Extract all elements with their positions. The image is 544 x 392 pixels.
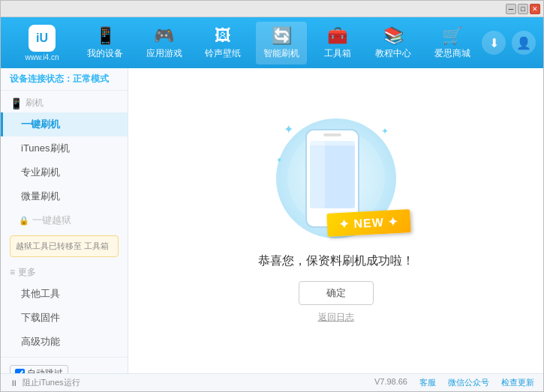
- apps-nav-icon: 🎮: [154, 26, 174, 46]
- tutorials-nav-icon: 📚: [383, 26, 404, 46]
- status-bar: 设备连接状态：正常模式: [1, 68, 128, 91]
- close-button[interactable]: ✕: [530, 4, 540, 14]
- svg-rect-4: [310, 141, 325, 208]
- confirm-button[interactable]: 确定: [299, 281, 374, 305]
- sidebar-item-other-tools[interactable]: 其他工具: [1, 282, 128, 306]
- header-right: ⬇ 👤: [482, 31, 536, 55]
- content-area: ✦ ✦ ✦: [128, 68, 543, 373]
- checkbox-auto-skip[interactable]: 自动跳过: [10, 365, 68, 374]
- sidebar-item-jailbreak: 🔒 一键越狱: [1, 208, 128, 232]
- more-icon: ≡: [10, 267, 15, 277]
- svg-rect-3: [323, 133, 341, 136]
- logo-url: www.i4.cn: [25, 53, 59, 61]
- svg-rect-5: [310, 141, 355, 145]
- sidebar-item-pro[interactable]: 专业刷机: [1, 160, 128, 184]
- sidebar-item-flash4[interactable]: 微量刷机: [1, 184, 128, 208]
- footer: ⏸ 阻止iTunes运行 V7.98.66 客服 微信公众号 检查更新: [1, 373, 543, 391]
- lock-icon: 🔒: [19, 216, 29, 226]
- title-bar: ─ □ ✕: [1, 1, 543, 17]
- nav-item-tools[interactable]: 🧰 工具箱: [315, 22, 360, 64]
- sidebar-section-more: ≡ 更多: [1, 260, 128, 282]
- nav-label-device: 我的设备: [87, 47, 123, 60]
- nav-item-wallpaper[interactable]: 🖼 铃声壁纸: [197, 22, 248, 64]
- logo-icon: iU: [29, 25, 56, 52]
- sparkle-3: ✦: [381, 126, 389, 136]
- nav-item-mall[interactable]: 🛒 爱思商城: [427, 22, 478, 64]
- sparkle-1: ✦: [284, 122, 293, 136]
- sidebar-item-itunes[interactable]: iTunes刷机: [1, 136, 128, 160]
- sidebar-item-download[interactable]: 下载固件: [1, 306, 128, 330]
- check-update-link[interactable]: 检查更新: [501, 377, 534, 388]
- version-label: V7.98.66: [374, 377, 407, 388]
- download-button[interactable]: ⬇: [482, 31, 506, 55]
- device-nav-icon: 📱: [95, 26, 116, 46]
- user-button[interactable]: 👤: [512, 31, 536, 55]
- sidebar-item-advanced[interactable]: 高级功能: [1, 330, 128, 354]
- nav-item-apps[interactable]: 🎮 应用游戏: [139, 22, 190, 64]
- checkboxes: 自动跳过 跳过向导: [10, 365, 119, 374]
- sidebar-section-flash: 📱 刷机: [1, 91, 128, 112]
- customer-service-link[interactable]: 客服: [419, 377, 436, 388]
- itunes-status: 阻止iTunes运行: [23, 377, 80, 388]
- more-label: 更多: [18, 266, 36, 279]
- nav-item-smart[interactable]: 🔄 智能刷机: [256, 22, 307, 64]
- nav-item-device[interactable]: 📱 我的设备: [80, 22, 131, 64]
- back-to-log[interactable]: 返回日志: [318, 311, 354, 324]
- status-value: 正常模式: [73, 73, 109, 84]
- wallpaper-nav-icon: 🖼: [215, 26, 231, 46]
- flash-section-icon: 📱: [10, 97, 23, 109]
- nav-label-smart: 智能刷机: [263, 47, 299, 60]
- wechat-link[interactable]: 微信公众号: [448, 377, 489, 388]
- itunes-icon: ⏸: [10, 379, 18, 388]
- tools-nav-icon: 🧰: [327, 26, 347, 46]
- status-label: 设备连接状态：: [10, 73, 73, 84]
- nav-label-mall: 爱思商城: [434, 47, 470, 60]
- nav-label-wallpaper: 铃声壁纸: [205, 47, 241, 60]
- minimize-button[interactable]: ─: [506, 4, 516, 14]
- header: iU www.i4.cn 📱 我的设备 🎮 应用游戏 🖼 铃声壁纸 🔄 智能刷机: [1, 17, 543, 68]
- jailbreak-note: 越狱工具已转移至 工具箱: [10, 235, 119, 257]
- footer-right: V7.98.66 客服 微信公众号 检查更新: [374, 377, 534, 388]
- nav-label-tools: 工具箱: [324, 47, 351, 60]
- nav-label-tutorials: 教程中心: [375, 47, 411, 60]
- sidebar-item-onekey[interactable]: 一键刷机: [1, 112, 128, 136]
- success-message: 恭喜您，保资料刷机成功啦！: [258, 253, 414, 269]
- nav-bar: 📱 我的设备 🎮 应用游戏 🖼 铃声壁纸 🔄 智能刷机 🧰 工具箱 📚: [76, 22, 482, 64]
- sidebar-checkbox-area: 自动跳过 跳过向导 📱 iPhone 12 mini 64GB Down-12m…: [1, 357, 128, 374]
- sidebar: 设备连接状态：正常模式 📱 刷机 一键刷机 iTunes刷机 专业刷机 微量刷机…: [1, 68, 128, 373]
- window-controls: ─ □ ✕: [506, 4, 540, 14]
- flash-section-label: 刷机: [26, 97, 44, 109]
- smart-nav-icon: 🔄: [272, 26, 292, 46]
- phone-illustration: ✦ ✦ ✦: [276, 118, 396, 238]
- mall-nav-icon: 🛒: [442, 26, 462, 46]
- nav-label-apps: 应用游戏: [146, 47, 182, 60]
- sparkle-2: ✦: [276, 156, 282, 164]
- main-window: ─ □ ✕ iU www.i4.cn 📱 我的设备 🎮 应用游戏 🖼 铃声壁纸: [0, 0, 544, 392]
- maximize-button[interactable]: □: [518, 4, 528, 14]
- logo[interactable]: iU www.i4.cn: [8, 25, 76, 61]
- nav-item-tutorials[interactable]: 📚 教程中心: [368, 22, 419, 64]
- new-ribbon: ✦ NEW ✦: [327, 209, 412, 237]
- jailbreak-label: 一键越狱: [32, 214, 71, 227]
- main-area: 设备连接状态：正常模式 📱 刷机 一键刷机 iTunes刷机 专业刷机 微量刷机…: [1, 68, 543, 373]
- footer-left: ⏸ 阻止iTunes运行: [10, 377, 80, 388]
